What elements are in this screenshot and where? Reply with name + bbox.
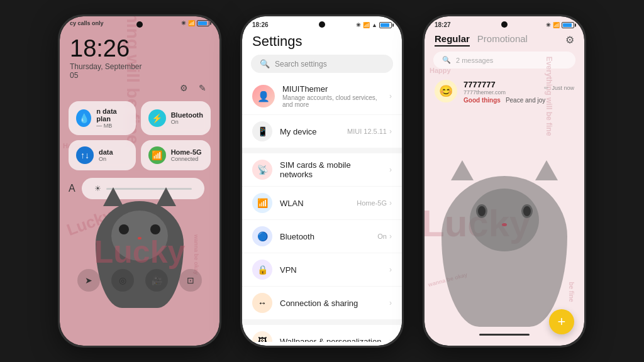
camera-icon[interactable]: 🎥 bbox=[145, 269, 168, 292]
tile-bluetooth[interactable]: ⚡ Bluetooth On bbox=[141, 101, 211, 135]
messages-search-placeholder: 2 messages bbox=[456, 57, 493, 64]
tile-data[interactable]: ↑↓ data On bbox=[69, 140, 136, 170]
device-text: My device bbox=[280, 127, 340, 136]
wlan-chevron: › bbox=[389, 199, 392, 207]
wifi-icon-2: ▲ bbox=[372, 22, 377, 28]
tile-bluetooth-label: Bluetooth bbox=[171, 111, 203, 119]
msg-name-row-1: 7777777 7777themer.com ✏ Just now bbox=[464, 80, 574, 96]
signal-icon-3: 📶 bbox=[553, 22, 560, 28]
wallpaper-text: Wallpaper & personalization bbox=[280, 337, 382, 343]
device-label: My device bbox=[280, 127, 340, 136]
settings-connection-item[interactable]: ↔ Connection & sharing › bbox=[242, 287, 402, 320]
connection-chevron: › bbox=[389, 299, 392, 307]
keyboard-letter: A bbox=[69, 183, 75, 194]
settings-wallpaper-item[interactable]: 🖼 Wallpaper & personalization › bbox=[242, 325, 402, 342]
wallpaper-icon: 🖼 bbox=[252, 331, 272, 342]
msg-preview-peace: Peace and joy bbox=[506, 97, 545, 104]
tile-data-label: data bbox=[99, 148, 113, 156]
edit-icon[interactable]: ✎ bbox=[196, 81, 209, 95]
device-icon: 📱 bbox=[252, 121, 272, 141]
messages-search-bar[interactable]: 🔍 2 messages bbox=[433, 52, 575, 69]
crop-icon[interactable]: ⊡ bbox=[179, 269, 202, 292]
tile-bluetooth-sub: On bbox=[171, 119, 203, 125]
cat-nose-3 bbox=[502, 223, 507, 226]
target-icon[interactable]: ◎ bbox=[111, 269, 134, 292]
account-name: MIUIThemer bbox=[282, 84, 382, 94]
settings-account-item[interactable]: 👤 MIUIThemer Manage accounts, cloud serv… bbox=[242, 78, 402, 115]
sim-chevron: › bbox=[389, 165, 392, 174]
data-icon: ↑↓ bbox=[76, 146, 94, 164]
settings-search-bar[interactable]: 🔍 Search settings bbox=[251, 55, 393, 73]
cat-eye-left bbox=[119, 224, 129, 234]
tile-bluetooth-text: Bluetooth On bbox=[171, 111, 203, 125]
battery-fill-2 bbox=[380, 23, 389, 27]
messages-gear-icon[interactable]: ⚙ bbox=[565, 34, 574, 46]
cat-ear-right bbox=[156, 187, 176, 206]
settings-sim-item[interactable]: 📡 SIM cards & mobile networks › bbox=[242, 153, 402, 187]
settings-wlan-item[interactable]: 📶 WLAN Home-5G › bbox=[242, 187, 402, 220]
settings-bluetooth-item[interactable]: 🔵 Bluetooth On › bbox=[242, 220, 402, 253]
battery-fill bbox=[198, 21, 207, 25]
device-chevron: › bbox=[389, 127, 392, 136]
account-sub: Manage accounts, cloud services, and mor… bbox=[282, 94, 382, 108]
account-chevron: › bbox=[389, 92, 392, 101]
sim-icon: 📡 bbox=[252, 160, 272, 180]
tile-wifi[interactable]: 📶 Home-5G Connected bbox=[141, 140, 211, 170]
tile-wifi-sub: Connected bbox=[171, 156, 202, 162]
account-avatar: 👤 bbox=[252, 85, 275, 107]
messages-header: Regular Promotional ⚙ bbox=[425, 31, 584, 52]
wallpaper-label: Wallpaper & personalization bbox=[280, 337, 382, 343]
wlan-label: WLAN bbox=[280, 199, 349, 208]
wlan-text: WLAN bbox=[280, 199, 349, 208]
bluetooth-label: Bluetooth bbox=[280, 232, 370, 241]
phone-2: 18:26 ✳ 📶 ▲ Settings 🔍 Search settings bbox=[240, 14, 404, 348]
msg-content-1: 7777777 7777themer.com ✏ Just now Good t… bbox=[464, 80, 574, 104]
cat-body-3 bbox=[441, 176, 567, 327]
msg-preview-good: Good things bbox=[464, 97, 501, 104]
tab-regular[interactable]: Regular bbox=[435, 33, 470, 47]
signal-icon: 📶 bbox=[188, 20, 195, 26]
home-indicator-3 bbox=[479, 334, 530, 336]
phone-1-screen: Everything will be fine Lucky Happy wann… bbox=[60, 16, 219, 346]
phone2-status-icons: ✳ 📶 ▲ bbox=[356, 22, 392, 28]
tile-data-plan-sub: — MB bbox=[96, 123, 128, 129]
search-placeholder: Search settings bbox=[275, 60, 327, 69]
compose-fab-button[interactable]: + bbox=[549, 309, 574, 334]
connection-text: Connection & sharing bbox=[280, 299, 382, 308]
tile-data-plan-label: n data plan bbox=[96, 107, 128, 123]
vpn-label: VPN bbox=[280, 265, 382, 275]
settings-device-item[interactable]: 📱 My device MIUI 12.5.11 › bbox=[242, 115, 402, 148]
tile-data-text: data On bbox=[99, 148, 113, 162]
phone3-status-icons: ✳ 📶 bbox=[546, 22, 574, 28]
connection-label: Connection & sharing bbox=[280, 299, 382, 308]
tile-data-plan[interactable]: 💧 n data plan — MB bbox=[69, 101, 136, 135]
location-icon[interactable]: ➤ bbox=[77, 269, 100, 292]
wifi-tile-icon: 📶 bbox=[148, 146, 166, 164]
cat-ear-3-right bbox=[535, 160, 558, 180]
signal-icon-2: 📶 bbox=[363, 22, 370, 28]
phone3-time: 18:27 bbox=[435, 21, 451, 28]
msg-name-1: 7777777 7777themer.com bbox=[464, 80, 506, 96]
settings-vpn-item[interactable]: 🔒 VPN › bbox=[242, 253, 402, 287]
phone-3-screen: Happy Lucky wanna be okay Everything wil… bbox=[425, 16, 584, 346]
phone-1: Everything will be fine Lucky Happy wann… bbox=[58, 14, 221, 348]
divider-1 bbox=[242, 148, 402, 153]
tab-promotional[interactable]: Promotional bbox=[477, 33, 528, 47]
vpn-text: VPN bbox=[280, 265, 382, 275]
vpn-icon: 🔒 bbox=[252, 260, 272, 280]
phone2-time: 18:26 bbox=[252, 21, 269, 28]
message-item-1[interactable]: 😊 7777777 7777themer.com ✏ Just now G bbox=[425, 74, 584, 110]
tile-data-sub: On bbox=[99, 156, 113, 162]
sim-text: SIM cards & mobile networks bbox=[280, 160, 382, 179]
account-text: MIUIThemer Manage accounts, cloud servic… bbox=[282, 84, 382, 108]
battery-fill-3 bbox=[563, 23, 572, 27]
phone-3: Happy Lucky wanna be okay Everything wil… bbox=[423, 14, 586, 348]
divider-2 bbox=[242, 320, 402, 325]
bluetooth-chevron: › bbox=[389, 232, 392, 241]
data-plan-icon: 💧 bbox=[76, 109, 91, 127]
settings-icon[interactable]: ⚙ bbox=[177, 81, 191, 95]
cat-ear-3-left bbox=[451, 160, 474, 180]
msg-avatar-1: 😊 bbox=[435, 80, 457, 102]
lucky-overlay-text: Lucky bbox=[94, 234, 186, 270]
phone1-notification-text: cy calls only bbox=[70, 20, 104, 26]
